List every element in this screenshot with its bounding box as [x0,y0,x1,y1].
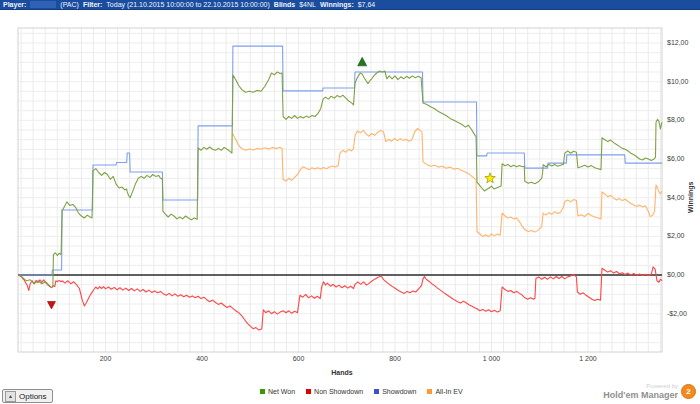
legend-item-net-won: Net Won [260,388,295,395]
series-net-won [19,71,662,288]
x-axis-tick-label: 400 [180,355,224,362]
options-button-label: Options [19,392,47,401]
y-axis-tick-label: $0,00 [667,271,700,278]
y-axis-title: Winnings [687,182,694,213]
legend-item-non-showdown: Non Showdown [306,388,363,395]
legend-item-showdown: Showdown [374,388,416,395]
holdem-manager-logo-text: Hold'em Manager [603,390,678,400]
winnings-graph-canvas [0,0,700,404]
chart-legend: Net Won Non Showdown Showdown All-In EV [260,388,463,395]
hm2-logo-badge: 2 [681,384,696,399]
series-non-showdown [19,267,662,330]
legend-label-non-showdown: Non Showdown [314,388,363,395]
collapse-arrow-icon: ▲ [5,391,16,402]
x-axis-tick-label: 600 [277,355,321,362]
series-all-in-ev [233,129,662,237]
legend-swatch-showdown [374,389,379,394]
powered-by-text: Powered by [603,383,678,390]
down-triangle-marker [47,301,55,309]
y-axis-tick-label: $12,00 [667,39,700,46]
holdem-manager-graph-window: Player: (PAC) Filter: Today (21.10.2015 … [0,0,700,404]
series-showdown [19,46,662,275]
x-axis-tick-label: 1 000 [470,355,514,362]
y-axis-tick-label: $8,00 [667,116,700,123]
legend-swatch-all-in-ev [427,389,432,394]
x-axis-title: Hands [318,369,366,376]
y-axis-tick-label: $6,00 [667,155,700,162]
legend-label-all-in-ev: All-In EV [435,388,462,395]
options-button[interactable]: ▲ Options [2,389,53,403]
x-axis-tick-label: 200 [84,355,128,362]
legend-item-all-in-ev: All-In EV [427,388,462,395]
legend-label-showdown: Showdown [382,388,416,395]
branding-text: Powered by Hold'em Manager [603,383,678,400]
powered-by-branding: Powered by Hold'em Manager 2 [603,383,696,400]
legend-swatch-net-won [260,389,265,394]
star-marker [485,173,496,183]
x-axis-tick-label: 1 200 [566,355,610,362]
y-axis-tick-label: $10,00 [667,78,700,85]
y-axis-tick-label: -$2,00 [667,310,700,317]
x-axis-tick-label: 800 [373,355,417,362]
y-axis-tick-label: $2,00 [667,232,700,239]
legend-label-net-won: Net Won [268,388,295,395]
legend-swatch-non-showdown [306,389,311,394]
y-axis-tick-label: $4,00 [667,194,700,201]
